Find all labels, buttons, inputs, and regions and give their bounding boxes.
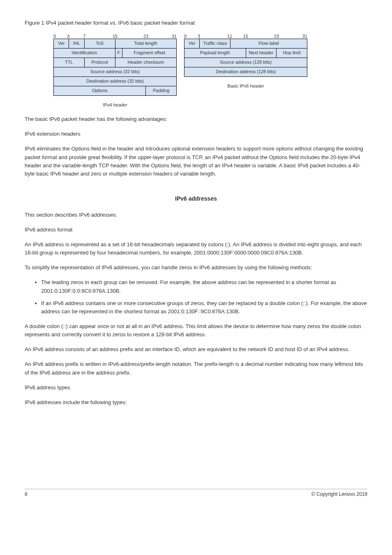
ipv6-diagram: 0 3 11 15 23 31 Ver Traffic class Flow l… (184, 33, 307, 109)
para-types: IPv6 addresses include the following typ… (25, 398, 367, 407)
ipv6-next-header: Next header (246, 49, 277, 58)
format-heading: IPv6 address format (25, 226, 367, 234)
ipv6-flow-label: Flow label (231, 39, 307, 49)
tick: 15 (113, 33, 118, 40)
tick: 3 (67, 33, 69, 40)
para-format-2: To simplify the representation of IPv6 a… (25, 264, 367, 272)
header-diagrams: 0 3 7 15 23 31 Ver IHL ToS Total length … (53, 33, 367, 109)
tick: 15 (243, 33, 248, 40)
para-advantages: The basic IPv6 packet header has the fol… (25, 115, 367, 123)
tick: 7 (83, 33, 85, 40)
ipv4-header-table: Ver IHL ToS Total length Identification … (53, 39, 177, 96)
para-ext-heading: IPv6 extension headers (25, 130, 367, 138)
ipv4-identification: Identification (54, 49, 115, 58)
tick: 31 (172, 33, 177, 40)
ipv6-src: Source address (128 bits) (184, 58, 307, 67)
ipv4-src: Source address (32 bits) (54, 67, 177, 77)
ipv6-dst: Destination address (128 bits) (184, 67, 307, 77)
ipv4-ihl: IHL (69, 39, 84, 49)
tick: 11 (227, 33, 232, 40)
ipv4-ruler: 0 3 7 15 23 31 (53, 33, 177, 39)
ipv4-header-checksum: Header checksum (115, 58, 177, 67)
zero-rules-list: The leading zeros in each group can be r… (25, 278, 367, 316)
tick: 31 (302, 33, 307, 40)
section-heading-addresses: IPv6 addresses (25, 194, 367, 204)
para-section-intro: This section describes IPv6 addresses. (25, 211, 367, 219)
tick: 0 (53, 33, 56, 40)
ipv4-flags: F (115, 49, 122, 58)
para-format-1: An IPv6 address is represented as a set … (25, 240, 367, 257)
figure-caption: Figure 1 IPv4 packet header format vs. I… (25, 19, 367, 27)
ipv4-total-length: Total length (115, 39, 177, 49)
ipv4-fragment-offset: Fragment offset (122, 49, 177, 58)
tick: 0 (184, 33, 187, 40)
tick: 23 (143, 33, 148, 40)
footer-copyright: © Copyright Lenovo 2019 (311, 490, 367, 498)
ipv4-protocol: Protocol (84, 58, 115, 67)
ipv6-hop-limit: Hop limit (277, 49, 307, 58)
ipv4-diagram: 0 3 7 15 23 31 Ver IHL ToS Total length … (53, 33, 177, 109)
ipv6-header-table: Ver Traffic class Flow label Payload len… (184, 39, 307, 77)
ipv4-dst: Destination address (32 bits) (54, 77, 177, 86)
tick: 23 (274, 33, 279, 40)
para-prefix-1: An IPv6 address consists of an address p… (25, 345, 367, 354)
note-double-colon: A double colon (::) can appear once or n… (25, 322, 367, 339)
page-footer: 8 © Copyright Lenovo 2019 (25, 489, 367, 498)
para-prefix-2: An IPv6 address prefix is written in IPv… (25, 360, 367, 377)
ipv4-ttl: TTL (54, 58, 85, 67)
list-item: The leading zeros in each group can be r… (41, 278, 367, 295)
ipv4-ver: Ver (54, 39, 69, 49)
ipv4-caption: IPv4 header (53, 102, 177, 109)
ipv4-options: Options (54, 86, 146, 96)
ipv6-caption: Basic IPv6 header (184, 83, 307, 90)
ipv6-ver: Ver (184, 39, 200, 49)
list-item: If an IPv6 address contains one or more … (41, 299, 367, 316)
ipv6-payload-length: Payload length (184, 49, 246, 58)
ipv6-ruler: 0 3 11 15 23 31 (184, 33, 307, 39)
types-heading: IPv6 address types (25, 384, 367, 392)
footer-page-number: 8 (25, 490, 28, 498)
para-ext-body: IPv6 eliminates the Options field in the… (25, 145, 367, 178)
ipv4-padding: Padding (146, 86, 177, 96)
ipv6-traffic-class: Traffic class (200, 39, 231, 49)
tick: 3 (198, 33, 200, 40)
ipv4-tos: ToS (84, 39, 115, 49)
